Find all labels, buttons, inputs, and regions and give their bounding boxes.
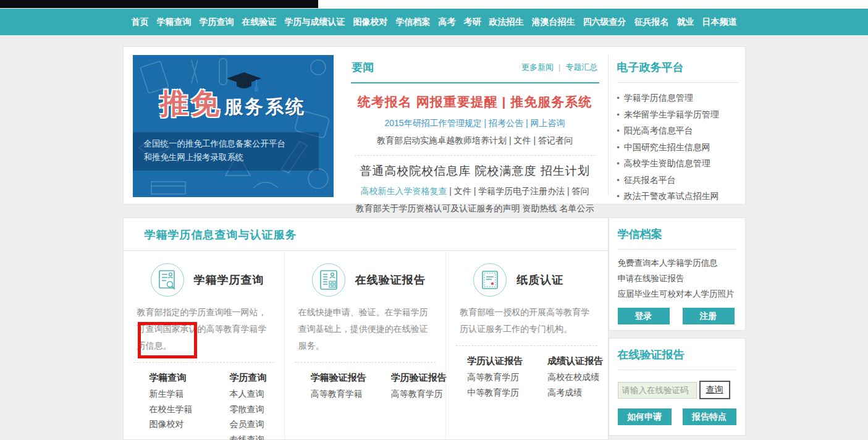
nav-cet-score[interactable]: 四六级查分 — [583, 17, 626, 28]
banner-subtitle: 全国统一的推免工作信息备案公开平台 和推免生网上报考录取系统 — [133, 132, 319, 171]
chsi-archive-panel: 学信档案 免费查询本人学籍学历信息 申请在线验证报告 应届毕业生可校对本人学历照… — [609, 218, 746, 331]
column-description: 教育部指定的学历查询唯一网站，可查询国家承认的高等教育学籍学历信息。 — [124, 297, 284, 354]
group-title-xueli-query[interactable]: 学历查询 — [230, 370, 292, 385]
archive-line-2: 申请在线验证报告 — [618, 271, 736, 286]
egov-item-conscription[interactable]: 征兵报名平台 — [617, 172, 739, 189]
link-higher-edu-xueji[interactable]: 高等教育学籍 — [311, 386, 373, 402]
group-title-score-auth[interactable]: 成绩认证报告 — [547, 353, 609, 368]
group-xueli-auth-report: 学历认证报告 高等教育学历 中等教育学历 — [467, 353, 529, 440]
main-navbar: 首页 学籍查询 学历查询 在线验证 学历与成绩认证 图像校对 学信档案 高考 考… — [0, 9, 868, 35]
nav-employment[interactable]: 就业 — [677, 17, 694, 28]
column-title: 在线验证报告 — [355, 273, 426, 287]
register-button[interactable]: 注册 — [683, 308, 735, 324]
nav-online-verify[interactable]: 在线验证 — [242, 17, 277, 28]
link-gaokao-scores[interactable]: 高考成绩 — [547, 385, 609, 400]
group-xueji-query: 学籍查询 新生学籍 在校生学籍 图像校对 — [150, 370, 211, 440]
query-button[interactable]: 查询 — [699, 381, 730, 399]
link-lingsan-query[interactable]: 零散查询 — [230, 402, 292, 417]
nav-degree-score-auth[interactable]: 学历与成绩认证 — [285, 17, 345, 28]
group-title-xueji-verify[interactable]: 学籍验证报告 — [311, 370, 373, 385]
nav-xueli-query[interactable]: 学历查询 — [200, 17, 234, 28]
egov-item-xueji-xueli-mgmt[interactable]: 学籍学历信息管理 — [617, 90, 739, 107]
top-strip — [0, 0, 868, 9]
news-header: 要闻 — [352, 60, 374, 75]
group-xueli-query: 学历查询 本人查询 零散查询 会员查询 专线查询 — [230, 370, 292, 440]
column-description: 教育部唯一授权的开展高等教育学历认证服务工作的专门机构。 — [446, 297, 607, 337]
login-button[interactable]: 登录 — [618, 308, 670, 324]
archive-line-1: 免费查询本人学籍学历信息 — [618, 255, 736, 271]
column-xueji-xueli-query: 学籍学历查询 教育部指定的学历查询唯一网站，可查询国家承认的高等教育学籍学历信息… — [124, 251, 285, 440]
link-huiyuan-query[interactable]: 会员查询 — [230, 417, 292, 432]
nav-zhengfa[interactable]: 政法招生 — [489, 17, 524, 28]
how-to-apply-button[interactable]: 如何申请 — [618, 408, 672, 425]
egov-platform-section: 电子政务平台 学籍学历信息管理 来华留学生学籍学历管理 阳光高考信息平台 中国研… — [608, 55, 745, 196]
nav-gangaotai[interactable]: 港澳台招生 — [532, 17, 575, 28]
link-higher-edu-xueli[interactable]: 高等教育学历 — [391, 386, 453, 402]
link-secondary-edu-xueli[interactable]: 中等教育学历 — [467, 385, 529, 400]
services-panel: 学籍学历信息查询与认证服务 — [123, 218, 609, 440]
report-features-button[interactable]: 报告特点 — [683, 408, 736, 425]
group-title-xueli-auth[interactable]: 学历认证报告 — [467, 353, 529, 368]
top-panel: 推免 服务系统 全国统一的推免工作信息备案公开平台 和推免生网上报考录取系统 要… — [123, 46, 746, 205]
link-higher-edu-xueli-auth[interactable]: 高等教育学历 — [467, 370, 529, 385]
link-xinsheng-xueji[interactable]: 新生学籍 — [150, 386, 211, 402]
nav-image-check[interactable]: 图像校对 — [353, 17, 388, 28]
top-black-bar — [0, 0, 318, 8]
column-description: 在线快捷申请、验证。在学籍学历查询基础上，提供便捷的在线验证服务。 — [285, 297, 445, 354]
certificate-icon — [473, 263, 507, 297]
group-title-xueli-verify[interactable]: 学历验证报告 — [391, 370, 453, 385]
verify-header: 在线验证报告 — [618, 349, 685, 361]
news-line-statement[interactable]: 教育部关于学历资格认可及认证服务的声明 资助热线 名单公示 — [351, 203, 599, 214]
egov-item-student-aid[interactable]: 高校学生资助信息管理 — [617, 156, 739, 172]
news-line-regulations[interactable]: 2015年研招工作管理规定 | 招考公告 | 网上咨询 — [351, 118, 599, 129]
nav-xueji-query[interactable]: 学籍查询 — [157, 17, 192, 28]
column-online-verify-report: 在线验证报告 在线快捷申请、验证。在学籍学历查询基础上，提供便捷的在线验证服务。… — [285, 251, 446, 440]
nav-japan-channel[interactable]: 日本频道 — [702, 17, 737, 28]
nav-kaoyan[interactable]: 考研 — [464, 17, 481, 28]
group-title-xueji-query[interactable]: 学籍查询 — [150, 370, 211, 385]
column-title: 学籍学历查询 — [194, 273, 264, 287]
column-paper-authentication: 纸质认证 教育部唯一授权的开展高等教育学历认证服务工作的专门机构。 学历认证报告… — [446, 251, 607, 440]
egov-item-zhengfa-pilot[interactable]: 政法干警改革试点招生网 — [617, 188, 739, 205]
news-divider — [355, 155, 596, 156]
online-verify-panel: 在线验证报告 查询 如何申请 报告特点 — [609, 338, 746, 436]
banner-title: 推免 服务系统 — [133, 85, 334, 123]
egov-item-yangguang-gaokao[interactable]: 阳光高考信息平台 — [617, 123, 739, 140]
document-search-icon — [151, 263, 184, 297]
news-line-freshman-check[interactable]: 高校新生入学资格复查 | 文件 | 学籍学历电子注册办法 | 答问 — [351, 186, 599, 197]
egov-item-yanzhao-net[interactable]: 中国研究生招生信息网 — [617, 140, 739, 156]
nav-home[interactable]: 首页 — [132, 17, 149, 28]
link-college-scores[interactable]: 高校在校成绩 — [547, 370, 609, 385]
archive-line-3: 应届毕业生可校对本人学历照片 — [618, 286, 736, 302]
document-verify-icon — [312, 263, 345, 297]
tuimian-banner[interactable]: 推免 服务系统 全国统一的推免工作信息备案公开平台 和推免生网上报考录取系统 — [133, 55, 334, 197]
link-zhuanxian-query[interactable]: 专线查询 — [230, 432, 292, 440]
more-news-link[interactable]: 更多新闻 — [521, 62, 554, 72]
egov-header: 电子政务平台 — [617, 61, 684, 74]
topics-summary-link[interactable]: 专题汇总 — [566, 62, 598, 72]
link-image-check[interactable]: 图像校对 — [150, 417, 211, 432]
nav-conscription[interactable]: 征兵报名 — [634, 17, 669, 28]
news-headline-1[interactable]: 统考报名 网报重要提醒 | 推免服务系统 — [351, 93, 599, 111]
nav-chsi-archive[interactable]: 学信档案 — [396, 17, 431, 28]
link-benren-query[interactable]: 本人查询 — [230, 386, 292, 402]
column-title: 纸质认证 — [516, 273, 563, 287]
group-xueji-verify-report: 学籍验证报告 高等教育学籍 — [311, 370, 373, 440]
link-zaixiaosheng-xueji[interactable]: 在校生学籍 — [150, 402, 211, 417]
news-headline-2[interactable]: 普通高校院校信息库 院校满意度 招生计划 — [351, 163, 599, 179]
news-line-teacher-plan[interactable]: 教育部启动实施卓越教师培养计划 | 文件 | 答记者问 — [351, 135, 599, 146]
news-section: 要闻 更多新闻|专题汇总 统考报名 网报重要提醒 | 推免服务系统 2015年研… — [334, 55, 608, 196]
nav-gaokao[interactable]: 高考 — [439, 17, 456, 28]
services-header: 学籍学历信息查询与认证服务 — [145, 229, 297, 241]
group-score-auth-report: 成绩认证报告 高校在校成绩 高考成绩 — [547, 353, 609, 440]
group-xueli-verify-report: 学历验证报告 高等教育学历 — [391, 370, 453, 440]
archive-header: 学信档案 — [618, 228, 662, 240]
verify-code-input[interactable] — [618, 382, 697, 399]
egov-item-foreign-students[interactable]: 来华留学生学籍学历管理 — [617, 107, 739, 124]
